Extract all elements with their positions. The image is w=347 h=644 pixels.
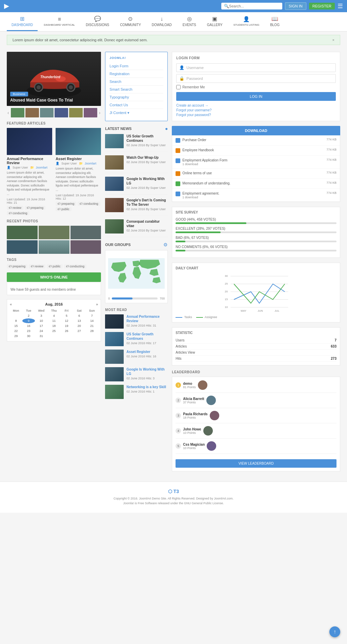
cal-day-28[interactable]: 28 [86,329,98,333]
thumbnail-5[interactable] [69,108,83,117]
cal-day-16[interactable]: 16 [22,324,35,328]
cal-day-24[interactable]: 24 [35,329,47,333]
article-tag-1[interactable]: Joomlart [36,166,48,169]
cal-day-20[interactable]: 20 [73,324,85,328]
cal-day-2[interactable]: 2 [22,313,35,318]
thumbnail-1[interactable] [11,108,24,117]
cal-day-27[interactable]: 27 [73,329,85,333]
download-item-2[interactable]: Employee Handbook 774 KB [172,146,340,156]
photo-6[interactable] [70,240,101,254]
thumbnail-4[interactable] [55,108,68,117]
cal-day-31[interactable]: 31 [35,334,47,338]
news-title-5[interactable]: Consequat curabitur vitae [126,219,168,228]
search-box[interactable]: 🔍 [221,3,282,9]
download-item-4[interactable]: Online terms of use 774 KB [172,169,340,179]
tag-pill-conducting[interactable]: 🏷conducting [64,264,87,268]
login-button[interactable]: LOG IN [176,92,336,101]
cal-day-23[interactable]: 23 [22,329,35,333]
tag-conducting-2[interactable]: 🏷conducting [78,202,100,206]
forgot-username-link[interactable]: Forgot your username? [176,108,336,112]
download-item-1[interactable]: Purchase Order 774 KB [172,135,340,146]
cal-day-3[interactable]: 3 [35,313,47,318]
download-item-5[interactable]: Memorandum of understanding. 774 KB [172,179,340,189]
thumbnail-3[interactable] [40,108,54,117]
news-title-1[interactable]: US Solar Growth Continues [126,134,168,143]
cal-prev[interactable]: « [10,302,12,306]
photo-3[interactable] [70,226,101,239]
joomla-search[interactable]: Search [109,78,163,86]
cal-day-19[interactable]: 19 [60,324,73,328]
hamburger-icon[interactable]: ☰ [338,2,343,10]
nav-item-events[interactable]: ◎ EVENTS [178,12,201,31]
cal-day-10[interactable]: 10 [35,318,47,323]
cal-day-25[interactable]: 25 [48,329,60,333]
cal-day-7[interactable]: 7 [86,313,98,318]
cal-day-11[interactable]: 11 [48,318,60,323]
cal-day-29[interactable]: 29 [10,334,22,338]
search-input[interactable] [229,4,280,8]
mr-title-5[interactable]: Networking is a key Skill [126,385,166,389]
mr-title-4[interactable]: Google Is Working With LG [126,367,168,376]
tag-pill-preparing[interactable]: 🏷preparing [7,264,27,268]
tag-conducting[interactable]: 🏷conducting [7,211,29,215]
nav-item-dashboard[interactable]: ⊞ DASHBOARD [7,12,38,31]
password-field[interactable]: 🔒 Password [176,74,336,83]
thumbnail-6[interactable] [84,108,97,117]
view-leaderboard-button[interactable]: VIEW LEADERBOARD [176,459,336,468]
news-title-3[interactable]: Google Is Working With LG [126,177,168,185]
cal-day-22[interactable]: 22 [10,329,22,333]
news-title-4[interactable]: Google's Dart Is Coming To The Server [126,198,168,207]
mr-title-3[interactable]: Asset Register [126,350,156,354]
alert-close-button[interactable]: × [332,38,334,42]
joomla-jl-content[interactable]: Jl Content ▾ [109,109,163,117]
cal-day-5[interactable]: 5 [60,313,73,318]
cal-day-17[interactable]: 17 [35,324,47,328]
cal-day-9[interactable]: 9 [22,318,35,323]
nav-item-gallery[interactable]: ▣ GALLERY [202,12,227,31]
photo-2[interactable] [39,226,69,239]
tag-public[interactable]: 🏷public [56,207,72,211]
joomla-smart-search[interactable]: Smart Search [109,86,163,93]
article-tag-2[interactable]: Joomlart [85,162,97,165]
tag-pill-review[interactable]: 🏷review [29,264,45,268]
register-button[interactable]: REGISTER [309,3,335,9]
tag-review[interactable]: 🏷review [7,206,23,210]
cal-day-26[interactable]: 26 [60,329,73,333]
cal-next[interactable]: » [96,302,98,306]
tag-preparing[interactable]: 🏷preparing [25,206,45,210]
nav-item-download[interactable]: ↓ DOWNLOAD [147,13,177,31]
joomla-registration[interactable]: Registration [109,70,163,78]
cal-day-8[interactable]: 8 [10,318,22,323]
nav-item-blog[interactable]: 📖 BLOG [265,12,284,31]
cal-day-6[interactable]: 6 [73,313,85,318]
nav-item-students-listing[interactable]: 👤 STUDENTS LISTING [229,13,264,31]
photo-4[interactable] [7,240,38,254]
joomla-typography[interactable]: Typography [109,93,163,101]
mr-title-2[interactable]: US Solar Growth Continues [126,332,168,341]
download-item-6[interactable]: Employment agreement. 1 download 774 KB [172,189,340,202]
cal-day-13[interactable]: 13 [73,318,85,323]
next-arrow[interactable]: › [98,110,101,115]
nav-item-dashboard-vertical[interactable]: ≡ DASHBOARD VERTICAL [39,13,80,31]
tag-preparing-2[interactable]: 🏷preparing [56,202,76,206]
username-field[interactable]: 👤 Username [176,63,336,72]
cal-day-4[interactable]: 4 [48,313,60,318]
photo-1[interactable] [7,226,38,239]
cal-day-14[interactable]: 14 [86,318,98,323]
cal-day-15[interactable]: 15 [10,324,22,328]
remember-checkbox[interactable] [176,85,181,89]
nav-item-community[interactable]: ⊙ COMMUNITY [115,12,146,31]
forgot-password-link[interactable]: Forgot your password? [176,113,336,117]
download-item-3[interactable]: Employment Application Form 1 download 7… [172,156,340,169]
cal-day-12[interactable]: 12 [60,318,73,323]
mr-title-1[interactable]: Annual Performance Review [126,314,168,323]
cal-day-18[interactable]: 18 [48,324,60,328]
nav-item-discussions[interactable]: 💬 DISCUSSIONS [81,12,114,31]
tag-pill-public[interactable]: 🏷public [47,264,63,268]
cal-day-30[interactable]: 30 [22,334,35,338]
our-groups-settings[interactable]: ⚙ [163,242,168,247]
prev-arrow[interactable]: ‹ [7,110,10,115]
joomla-login-form[interactable]: Login Form [109,62,163,70]
cal-day-21[interactable]: 21 [86,324,98,328]
signin-button[interactable]: SIGN IN [285,2,306,10]
